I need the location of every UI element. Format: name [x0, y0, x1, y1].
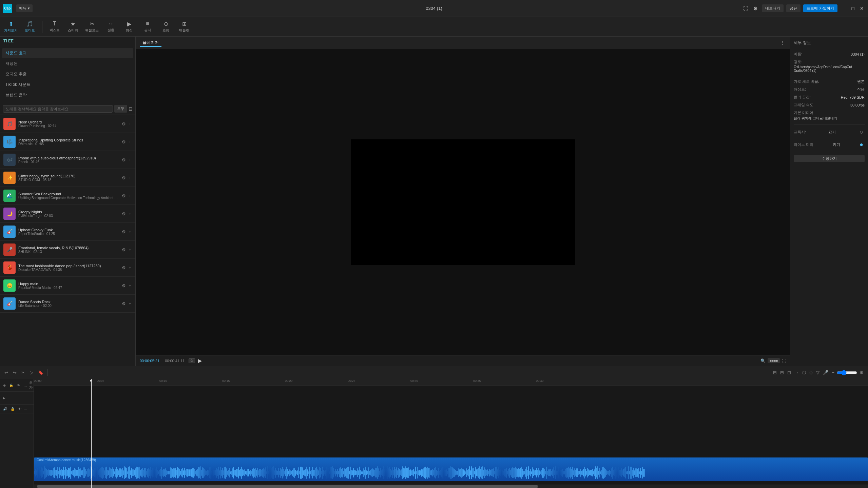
music-list-item[interactable]: 🎤 Emotional, female vocals, R & B(107886… — [0, 241, 135, 259]
waveform-bar — [187, 469, 188, 477]
music-add-button[interactable]: + — [128, 121, 132, 127]
cache-toggle[interactable]: ● — [858, 140, 865, 150]
fullscreen-preview-icon[interactable]: ⛶ — [782, 358, 786, 363]
tl-diamond-button[interactable]: ◇ — [808, 369, 814, 376]
music-title: Inspirational Uplifting Corporate String… — [18, 138, 118, 142]
music-list-item[interactable]: 🌙 Creepy Nights EvilMusicForge · 02:03 ⚙… — [0, 205, 135, 223]
timeline-scrollbar[interactable] — [34, 485, 868, 488]
upgrade-button[interactable]: 프로에 가입하기 — [803, 4, 837, 12]
music-settings-button[interactable]: ⚙ — [121, 175, 127, 181]
tl-redo-button[interactable]: ↪ — [12, 369, 18, 376]
music-sub: Life Saturation · 02:00 — [18, 304, 118, 308]
audio-eye-icon[interactable]: 👁 — [17, 406, 22, 412]
audio-lock-icon[interactable]: 🔒 — [9, 406, 16, 412]
music-settings-button[interactable]: ⚙ — [121, 211, 127, 217]
tab-saved[interactable]: 저장된 — [2, 59, 133, 69]
track-more-icon[interactable]: … — [22, 383, 28, 388]
menu-button[interactable]: 메뉴 ▾ — [16, 4, 33, 12]
waveform-bar — [231, 471, 232, 475]
music-list-item[interactable]: 🎸 Upbeat Groovy Funk PaperThinStudio · 0… — [0, 223, 135, 241]
close-button[interactable]: ✕ — [859, 4, 865, 13]
toolbar-item-import[interactable]: ⬆ 가져오기 — [4, 21, 18, 33]
music-add-button[interactable]: + — [128, 157, 132, 163]
tl-hex-button[interactable]: ⬡ — [801, 369, 807, 376]
waveform-bar — [333, 468, 333, 477]
toolbar-item-text[interactable]: T 텍스트 — [49, 21, 61, 33]
toolbar-item-adjust[interactable]: ⊙ 조정 — [160, 21, 172, 33]
toolbar-item-template[interactable]: ⊞ 템플릿 — [178, 21, 190, 33]
music-list-item[interactable]: ✨ Glitter happy synth sound(112170) STUD… — [0, 169, 135, 187]
settings-icon[interactable]: ⚙ — [752, 4, 759, 13]
tab-brand[interactable]: 브랜드 음악 — [2, 90, 133, 100]
track-eye-icon[interactable]: 👁 — [16, 383, 21, 388]
track-add-video-icon[interactable]: ⊕ — [2, 383, 7, 388]
music-list-item[interactable]: 💃 The most fashionable dance pop / short… — [0, 259, 135, 277]
music-settings-button[interactable]: ⚙ — [121, 157, 127, 163]
play-button[interactable]: ▶ — [198, 357, 202, 364]
music-add-button[interactable]: + — [128, 139, 132, 145]
music-add-button[interactable]: + — [128, 229, 132, 235]
tl-undo-button[interactable]: ↩ — [3, 369, 9, 376]
music-settings-button[interactable]: ⚙ — [121, 121, 127, 127]
music-settings-button[interactable]: ⚙ — [121, 193, 127, 199]
music-list-item[interactable]: 🎶 Phonk with a suspicious atmosphere(139… — [0, 151, 135, 169]
toolbar-item-edit[interactable]: ✂ 편집요소 — [85, 21, 99, 33]
music-add-button[interactable]: + — [128, 193, 132, 199]
toolbar-item-audio[interactable]: 🎵 오디오 — [24, 21, 36, 33]
timeline-playhead[interactable] — [91, 379, 92, 488]
music-settings-button[interactable]: ⚙ — [121, 282, 127, 289]
track-add-label[interactable]: 추가 — [29, 380, 33, 390]
tl-arrow-button[interactable]: → — [793, 369, 800, 376]
music-add-button[interactable]: + — [128, 247, 132, 253]
zoom-icon[interactable]: 🔍 — [760, 358, 766, 363]
music-add-button[interactable]: + — [128, 265, 132, 271]
music-search-input[interactable] — [3, 105, 113, 113]
music-list-item[interactable]: 🌊 Summer Sea Background Uplifting Backgr… — [0, 187, 135, 205]
music-list-item[interactable]: 🎼 Inspirational Uplifting Corporate Stri… — [0, 133, 135, 151]
tl-zoom-out-button[interactable]: − — [831, 369, 835, 376]
maximize-button[interactable]: □ — [850, 4, 856, 13]
mode-button[interactable]: 모두 — [114, 105, 127, 113]
edit-button[interactable]: 수정하기 — [794, 155, 865, 162]
music-list-item[interactable]: 🎵 Neon Orchard Flower Publishing · 02:14… — [0, 115, 135, 133]
tab-player[interactable]: 플레이어 — [140, 39, 161, 47]
toolbar-item-video[interactable]: ▶ 영상 — [123, 21, 135, 33]
track-lock-icon[interactable]: 🔒 — [8, 383, 14, 388]
tl-play-button[interactable]: ▷ — [29, 369, 34, 376]
tl-settings-icon[interactable]: ⚙ — [859, 369, 865, 376]
tl-mic-icon[interactable]: 🎤 — [822, 369, 829, 376]
share-button[interactable]: 공유 — [786, 4, 801, 12]
audio-clip[interactable]: Cool mid-tempo dance music(1236489) — [34, 457, 868, 481]
preview-settings-icon[interactable]: ⋮ — [778, 39, 786, 47]
tab-audio-export[interactable]: 오디오 추출 — [2, 69, 133, 79]
filter-button[interactable]: ⊟ — [129, 106, 133, 112]
minimize-button[interactable]: — — [840, 4, 848, 13]
music-add-button[interactable]: + — [128, 282, 132, 289]
music-settings-button[interactable]: ⚙ — [121, 300, 127, 307]
tl-expand-button[interactable]: ▽ — [815, 369, 821, 376]
music-add-button[interactable]: + — [128, 175, 132, 181]
toolbar-item-transform[interactable]: ↔ 전환 — [105, 21, 117, 33]
tl-magnet-button[interactable]: ⊞ — [772, 369, 778, 376]
music-list-item[interactable]: 😊 Happy main Paprika! Media Music · 02:4… — [0, 277, 135, 295]
music-add-button[interactable]: + — [128, 300, 132, 307]
export-button[interactable]: 내보내기 — [762, 4, 784, 12]
music-settings-button[interactable]: ⚙ — [121, 139, 127, 145]
toolbar-item-sticker[interactable]: ★ 스티커 — [67, 21, 79, 33]
fullscreen-icon[interactable]: ⛶ — [742, 4, 749, 13]
tl-crop-button[interactable]: ⊡ — [786, 369, 792, 376]
music-settings-button[interactable]: ⚙ — [121, 247, 127, 253]
music-settings-button[interactable]: ⚙ — [121, 229, 127, 235]
tl-split-button[interactable]: ✂ — [20, 369, 26, 376]
proxy-toggle[interactable]: ○ — [858, 127, 865, 137]
tl-subtract-button[interactable]: ⊟ — [779, 369, 785, 376]
tl-zoom-slider[interactable] — [837, 370, 857, 375]
tab-effects[interactable]: 사운드 효과 — [2, 48, 133, 58]
audio-track-icon[interactable]: 🔊 — [2, 406, 8, 412]
music-settings-button[interactable]: ⚙ — [121, 265, 127, 271]
tl-marker-button[interactable]: 🔖 — [37, 369, 44, 376]
toolbar-item-filter[interactable]: ≡ 필터 — [141, 21, 154, 33]
music-add-button[interactable]: + — [128, 211, 132, 217]
tab-tiktok[interactable]: TikTok 사운드 — [2, 80, 133, 90]
music-list-item[interactable]: 🎸 Dance Sports Rock Life Saturation · 02… — [0, 295, 135, 313]
